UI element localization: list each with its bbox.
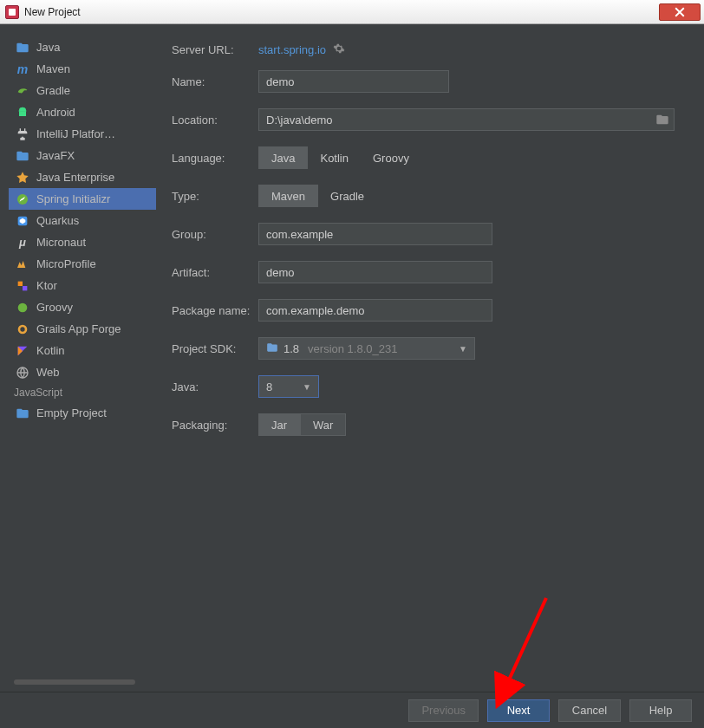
kotlin-icon (16, 344, 29, 358)
java-dropdown[interactable]: 8 ▼ (258, 375, 319, 398)
server-url-row: Server URL: start.spring.io (172, 36, 683, 62)
sidebar-item-label: Ktor (36, 279, 123, 292)
artifact-input[interactable] (258, 261, 492, 283)
sidebar-item-spring-initializr[interactable]: Spring Initializr (9, 188, 156, 210)
folder-blue-icon (16, 406, 29, 420)
folder-blue-icon (16, 149, 29, 163)
sidebar-item-label: Web (36, 366, 123, 379)
gradle-icon (16, 84, 29, 98)
sidebar-item-java[interactable]: Java (9, 36, 156, 58)
sidebar-item-label: Java Enterprise (36, 171, 123, 184)
svg-point-7 (20, 327, 24, 331)
sidebar-item-kotlin[interactable]: Kotlin (9, 340, 156, 361)
sidebar-item-microprofile[interactable]: MicroProfile (9, 253, 156, 275)
maven-icon: m (16, 62, 29, 76)
artifact-row: Artifact: (172, 253, 683, 291)
footer: Previous Next Cancel Help (0, 692, 704, 728)
sidebar-item-label: Maven (36, 62, 123, 75)
sidebar-item-intellij-platform-plugin[interactable]: IntelliJ Platform Plugin (9, 123, 156, 145)
close-icon (675, 7, 685, 17)
sdk-version: version 1.8.0_231 (308, 342, 397, 355)
language-option-groovy[interactable]: Groovy (361, 146, 421, 169)
previous-button[interactable]: Previous (408, 699, 479, 722)
language-option-kotlin[interactable]: Kotlin (308, 146, 361, 169)
java-value: 8 (266, 380, 272, 393)
micronaut-icon: μ (16, 236, 29, 250)
sdk-dropdown[interactable]: 1.8 version 1.8.0_231 ▼ (258, 337, 475, 360)
sidebar-item-label: Groovy (36, 301, 123, 314)
web-icon (16, 366, 29, 380)
sidebar-item-label: Quarkus (36, 214, 123, 227)
jee-icon (16, 171, 29, 185)
name-label: Name: (172, 75, 258, 88)
close-button[interactable] (659, 3, 701, 21)
sidebar-item-maven[interactable]: mMaven (9, 58, 156, 80)
sidebar-item-quarkus[interactable]: Quarkus (9, 210, 156, 231)
packaging-option-jar[interactable]: Jar (258, 413, 300, 436)
package-row: Package name: (172, 291, 683, 329)
microprofile-icon (16, 257, 29, 271)
sidebar-item-gradle[interactable]: Gradle (9, 80, 156, 101)
sidebar-item-javafx[interactable]: JavaFX (9, 145, 156, 166)
type-option-maven[interactable]: Maven (258, 185, 318, 207)
window-title: New Project (24, 6, 81, 18)
type-row: Type: MavenGradle (172, 177, 683, 215)
ktor-icon (16, 279, 29, 293)
sidebar: JavamMavenGradleAndroidIntelliJ Platform… (9, 36, 156, 692)
sidebar-list: JavamMavenGradleAndroidIntelliJ Platform… (9, 36, 156, 676)
svg-rect-0 (19, 111, 26, 115)
sdk-row: Project SDK: 1.8 version 1.8.0_231 ▼ (172, 329, 683, 367)
sidebar-item-label: MicroProfile (36, 257, 123, 270)
content: JavamMavenGradleAndroidIntelliJ Platform… (0, 24, 704, 692)
groovy-icon (16, 301, 29, 315)
sidebar-item-micronaut[interactable]: μMicronaut (9, 231, 156, 253)
chevron-down-icon: ▼ (459, 344, 467, 354)
gear-icon[interactable] (333, 42, 345, 57)
packaging-label: Packaging: (172, 419, 258, 432)
group-row: Group: (172, 215, 683, 253)
sidebar-item-empty-project[interactable]: Empty Project (9, 402, 156, 424)
next-button[interactable]: Next (487, 699, 550, 722)
sidebar-section: JavaScript (9, 383, 156, 402)
sidebar-item-ktor[interactable]: Ktor (9, 275, 156, 296)
package-input[interactable] (258, 299, 492, 322)
svg-rect-4 (23, 286, 27, 290)
language-group: JavaKotlinGroovy (258, 146, 421, 169)
location-input[interactable] (258, 108, 675, 131)
group-input[interactable] (258, 223, 492, 245)
sidebar-item-label: JavaFX (36, 149, 123, 162)
name-input[interactable] (258, 70, 449, 93)
type-label: Type: (172, 190, 258, 203)
type-option-gradle[interactable]: Gradle (318, 185, 376, 207)
sidebar-item-web[interactable]: Web (9, 361, 156, 383)
folder-icon[interactable] (655, 113, 669, 129)
titlebar: New Project (0, 0, 704, 24)
packaging-group: JarWar (258, 413, 346, 436)
location-label: Location: (172, 114, 258, 127)
help-button[interactable]: Help (629, 699, 692, 722)
location-row: Location: (172, 101, 683, 139)
sidebar-item-label: Spring Initializr (36, 192, 123, 205)
server-url-label: Server URL: (172, 43, 258, 56)
sidebar-item-grails-app-forge[interactable]: Grails App Forge (9, 318, 156, 340)
sidebar-item-java-enterprise[interactable]: Java Enterprise (9, 166, 156, 188)
language-label: Language: (172, 152, 258, 165)
sidebar-item-label: Gradle (36, 84, 123, 97)
sidebar-item-label: IntelliJ Platform Plugin (36, 127, 123, 140)
sdk-name: 1.8 (284, 342, 299, 355)
server-url-link[interactable]: start.spring.io (258, 43, 326, 56)
sidebar-item-android[interactable]: Android (9, 101, 156, 123)
language-option-java[interactable]: Java (258, 146, 308, 169)
form-area: Server URL: start.spring.io Name: Locati… (156, 36, 695, 692)
sidebar-item-label: Java (36, 41, 123, 54)
chevron-down-icon: ▼ (303, 382, 311, 392)
language-row: Language: JavaKotlinGroovy (172, 139, 683, 177)
sidebar-item-label: Empty Project (36, 406, 123, 419)
type-group: MavenGradle (258, 185, 376, 207)
scrollbar[interactable] (14, 679, 135, 685)
sidebar-item-groovy[interactable]: Groovy (9, 296, 156, 318)
packaging-option-war[interactable]: War (300, 413, 346, 436)
folder-blue-icon (16, 41, 29, 55)
grails-icon (16, 322, 29, 336)
cancel-button[interactable]: Cancel (558, 699, 621, 722)
